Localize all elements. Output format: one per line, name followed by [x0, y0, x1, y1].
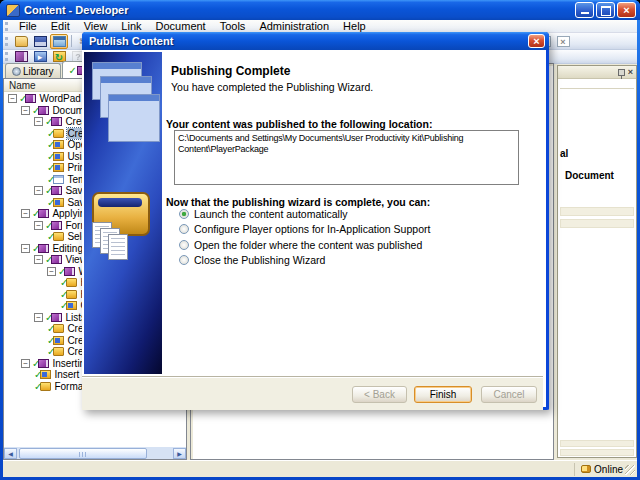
- collapse-icon[interactable]: −: [34, 117, 43, 126]
- minimize-button[interactable]: [575, 2, 594, 18]
- pin-icon[interactable]: [618, 69, 625, 76]
- menu-tools[interactable]: Tools: [213, 20, 253, 32]
- dialog-body: Publishing Complete You have completed t…: [82, 50, 543, 376]
- property-row: [560, 440, 634, 447]
- dialog-close-icon[interactable]: ×: [528, 34, 545, 48]
- check-icon: ✓: [45, 220, 53, 231]
- check-icon: ✓: [69, 65, 77, 76]
- check-icon: ✓: [47, 128, 55, 139]
- dialog-subheading: You have completed the Publishing Wizard…: [171, 81, 373, 93]
- finish-button[interactable]: Finish: [414, 386, 472, 403]
- tab-label: Library: [23, 66, 54, 77]
- check-icon: ✓: [58, 266, 66, 277]
- collapse-icon[interactable]: −: [21, 359, 30, 368]
- collapse-icon[interactable]: −: [34, 221, 43, 230]
- app-window: Content - Developer × FileEditViewLinkDo…: [0, 0, 640, 480]
- check-icon: ✓: [47, 174, 55, 185]
- check-icon: ✓: [47, 323, 55, 334]
- radio-icon[interactable]: [179, 209, 189, 219]
- scrollbar-track[interactable]: [17, 448, 173, 459]
- menu-file[interactable]: File: [12, 20, 44, 32]
- menu-help[interactable]: Help: [336, 20, 373, 32]
- app-icon: [6, 4, 20, 17]
- wizard-options: Launch the content automaticallyConfigur…: [179, 206, 430, 268]
- check-icon: ✓: [47, 346, 55, 357]
- check-icon: ✓: [47, 151, 55, 162]
- property-row: [560, 207, 634, 216]
- check-icon: ✓: [32, 243, 40, 254]
- wizard-option-1[interactable]: Launch the content automatically: [179, 206, 430, 222]
- collapse-icon[interactable]: −: [34, 186, 43, 195]
- property-row: [560, 219, 634, 228]
- window-titlebar: Content - Developer ×: [0, 0, 640, 20]
- collapse-icon[interactable]: −: [8, 94, 17, 103]
- publish-content-dialog: Publish Content × Publishing Complete Yo…: [82, 32, 549, 410]
- check-icon: ✓: [47, 162, 55, 173]
- wizard-option-2[interactable]: Configure Player options for In-Applicat…: [179, 222, 430, 238]
- close-button[interactable]: ×: [617, 2, 636, 18]
- check-icon: ✓: [47, 231, 55, 242]
- location-label: Your content was published to the follow…: [166, 118, 432, 130]
- window-title: Content - Developer: [24, 4, 575, 16]
- open-icon[interactable]: [12, 34, 30, 49]
- menu-view[interactable]: View: [77, 20, 115, 32]
- radio-icon[interactable]: [179, 240, 189, 250]
- cancel-checkout-icon[interactable]: ×: [554, 34, 572, 49]
- online-status-icon: [581, 465, 591, 473]
- check-icon: ✓: [45, 254, 53, 265]
- panel-divider: [560, 88, 634, 89]
- check-icon: ✓: [45, 116, 53, 127]
- collapse-icon[interactable]: −: [21, 244, 30, 253]
- library-icon: [12, 67, 21, 76]
- artwork-window: [108, 94, 160, 142]
- check-icon: ✓: [32, 358, 40, 369]
- horizontal-scrollbar[interactable]: ◀ ▶: [4, 447, 186, 459]
- check-icon: ✓: [60, 289, 68, 300]
- dialog-title: Publish Content: [86, 35, 528, 47]
- wizard-option-label: Launch the content automatically: [194, 208, 348, 220]
- wizard-artwork: [84, 52, 162, 374]
- toolbar-separator: [71, 35, 72, 47]
- menu-document[interactable]: Document: [149, 20, 213, 32]
- publish-icon[interactable]: [50, 34, 68, 49]
- publish-location-path: C:\Documents and Settings\My Documents\U…: [178, 133, 463, 154]
- menu-administration[interactable]: Administration: [252, 20, 336, 32]
- tab-library[interactable]: Library: [5, 63, 61, 78]
- scroll-right-icon[interactable]: ▶: [173, 448, 186, 459]
- check-icon: ✓: [45, 312, 53, 323]
- collapse-icon[interactable]: −: [34, 255, 43, 264]
- wizard-option-label: Configure Player options for In-Applicat…: [194, 223, 430, 235]
- radio-icon[interactable]: [179, 255, 189, 265]
- dialog-button-strip: < Back Finish Cancel: [82, 376, 543, 410]
- status-bar: Online: [3, 460, 637, 477]
- wizard-option-4[interactable]: Close the Publishing Wizard: [179, 253, 430, 269]
- check-icon: ✓: [32, 208, 40, 219]
- panel-close-icon[interactable]: ×: [628, 68, 633, 77]
- collapse-icon[interactable]: −: [34, 313, 43, 322]
- check-icon: ✓: [19, 93, 27, 104]
- wizard-option-label: Open the folder where the content was pu…: [194, 239, 422, 251]
- resize-grip[interactable]: [625, 465, 635, 475]
- online-label: Online: [594, 464, 623, 475]
- save-icon[interactable]: [31, 34, 49, 49]
- scroll-left-icon[interactable]: ◀: [4, 448, 17, 459]
- menu-edit[interactable]: Edit: [44, 20, 77, 32]
- collapse-icon[interactable]: −: [47, 267, 56, 276]
- collapse-icon[interactable]: −: [21, 209, 30, 218]
- scrollbar-thumb[interactable]: [19, 448, 147, 459]
- tree-item-label: Insert: [54, 369, 79, 380]
- check-icon: ✓: [45, 185, 53, 196]
- maximize-button[interactable]: [596, 2, 615, 18]
- publish-location-box[interactable]: C:\Documents and Settings\My Documents\U…: [174, 130, 519, 185]
- check-icon: ✓: [34, 369, 42, 380]
- properties-panel-header: ×: [558, 66, 636, 79]
- check-icon: ✓: [60, 300, 68, 311]
- document-type-value: Document: [565, 170, 614, 181]
- collapse-icon[interactable]: −: [21, 106, 30, 115]
- wizard-option-3[interactable]: Open the folder where the content was pu…: [179, 237, 430, 253]
- cancel-button: Cancel: [481, 386, 537, 403]
- radio-icon[interactable]: [179, 224, 189, 234]
- artwork-topic-icon: [92, 192, 150, 236]
- check-icon: ✓: [32, 105, 40, 116]
- menu-link[interactable]: Link: [114, 20, 148, 32]
